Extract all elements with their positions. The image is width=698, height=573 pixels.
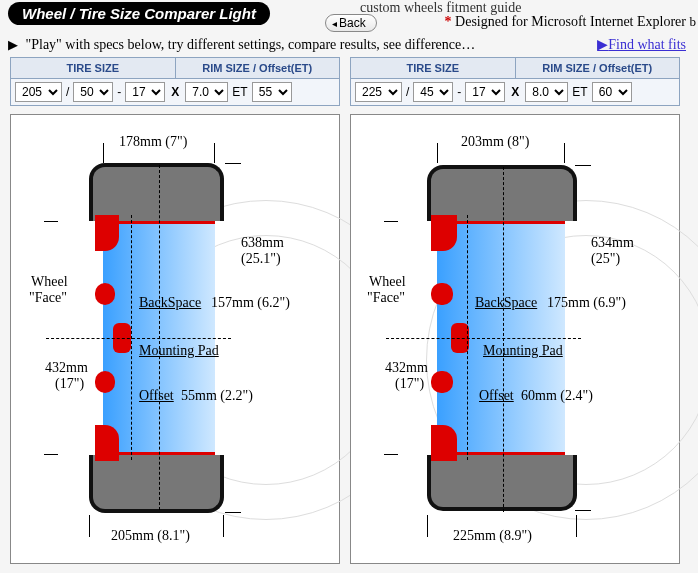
corner-letter: b (690, 14, 697, 30)
rim-flange (95, 371, 115, 393)
right-column: TIRE SIZE RIM SIZE / Offset(ET) 225 / 45… (350, 57, 680, 564)
back-label: Back (339, 16, 366, 30)
app-title: Wheel / Tire Size Comparer Light (8, 2, 270, 25)
tire-bottom (89, 455, 224, 513)
rim-size-header: RIM SIZE / Offset(ET) (176, 58, 340, 78)
rim-flange (431, 283, 453, 305)
dim-tick (103, 143, 104, 163)
tire-bottom (427, 455, 577, 511)
wheel-diagram-right: 203mm (8") 634mm (25") 432mm (17") Wheel… (350, 114, 680, 564)
tire-size-header: TIRE SIZE (351, 58, 516, 78)
mount-label: Mounting Pad (139, 343, 219, 359)
mount-label: Mounting Pad (483, 343, 563, 359)
dim-tick (44, 221, 58, 222)
wheel-diagram-left: 178mm (7") 638mm (25.1") 432mm (17") Whe… (10, 114, 340, 564)
rim-dia-label: 432mm (45, 360, 88, 376)
face-label: Wheel (369, 274, 406, 290)
diameter-select[interactable]: 17 (125, 82, 165, 102)
dim-line (11, 115, 123, 116)
offset-label: Offset (139, 388, 174, 404)
tire-size-header: TIRE SIZE (11, 58, 176, 78)
dim-tick (223, 515, 224, 537)
aspect-select[interactable]: 45 (413, 82, 453, 102)
control-header: TIRE SIZE RIM SIZE / Offset(ET) (10, 57, 340, 79)
dim-line (11, 116, 12, 466)
rim-dia-in-label: (17") (55, 376, 84, 392)
tire-top (89, 163, 224, 221)
header: Wheel / Tire Size Comparer Light custom … (0, 0, 698, 34)
tire-centerline (503, 167, 504, 512)
rim-width-label: 203mm (8") (461, 134, 529, 150)
ie-note: * Designed for Microsoft Internet Explor… (445, 14, 686, 30)
tire-width-select[interactable]: 205 (15, 82, 62, 102)
outer-dia-label: 634mm (591, 235, 634, 251)
backspace-value: 175mm (6.9") (547, 295, 626, 311)
instruction-row: ▶ "Play" with specs below, try different… (0, 34, 698, 57)
outer-dia-in-label: (25.1") (241, 251, 281, 267)
control-header: TIRE SIZE RIM SIZE / Offset(ET) (350, 57, 680, 79)
face-label-2: "Face" (29, 290, 67, 306)
rim-size-header: RIM SIZE / Offset(ET) (516, 58, 680, 78)
dim-tick (564, 143, 565, 163)
rim-flange (431, 215, 457, 251)
rim-width-label: 178mm (7") (119, 134, 187, 150)
rim-flange (431, 371, 453, 393)
play-arrow-icon: ▶ (8, 37, 18, 52)
offset-select[interactable]: 55 (252, 82, 292, 102)
dim-tick (575, 165, 591, 166)
dim-line (351, 462, 352, 564)
et-label: ET (572, 85, 587, 99)
rim-dia-label: 432mm (385, 360, 428, 376)
outer-dia-in-label: (25") (591, 251, 620, 267)
asterisk-icon: * (445, 14, 456, 29)
tire-width-select[interactable]: 225 (355, 82, 402, 102)
offset-value: 60mm (2.4") (521, 388, 593, 404)
dim-tick (437, 143, 438, 163)
x-divider: X (509, 85, 521, 99)
diameter-select[interactable]: 17 (465, 82, 505, 102)
offset-label: Offset (479, 388, 514, 404)
dim-line (11, 466, 12, 564)
face-label-2: "Face" (367, 290, 405, 306)
et-label: ET (232, 85, 247, 99)
play-arrow-icon: ▶ (597, 37, 608, 52)
instruction-text: "Play" with specs below, try different s… (26, 37, 476, 52)
backspace-value: 157mm (6.2") (211, 295, 290, 311)
dim-tick (384, 454, 398, 455)
dim-line (351, 115, 479, 116)
tire-width-label: 205mm (8.1") (111, 528, 190, 544)
left-column: TIRE SIZE RIM SIZE / Offset(ET) 205 / 50… (10, 57, 340, 564)
dim-tick (225, 163, 241, 164)
rim-flange (95, 215, 119, 251)
offset-select[interactable]: 60 (592, 82, 632, 102)
find-what-fits-link[interactable]: ▶Find what fits (597, 36, 686, 53)
control-row: 205 / 50 - 17 X 7.0 ET 55 (10, 79, 340, 106)
x-divider: X (169, 85, 181, 99)
backspace-label: BackSpace (139, 295, 201, 311)
dim-tick (575, 510, 591, 511)
backspace-label: BackSpace (475, 295, 537, 311)
control-row: 225 / 45 - 17 X 8.0 ET 60 (350, 79, 680, 106)
axis-centerline (46, 338, 231, 339)
aspect-select[interactable]: 50 (73, 82, 113, 102)
dim-tick (44, 454, 58, 455)
tire-width-label: 225mm (8.9") (453, 528, 532, 544)
dim-tick (214, 143, 215, 163)
rim-flange (95, 283, 115, 305)
rim-width-select[interactable]: 7.0 (185, 82, 228, 102)
rim-dia-in-label: (17") (395, 376, 424, 392)
dim-line (351, 116, 352, 462)
rim-flange (95, 425, 119, 461)
back-button[interactable]: Back (325, 14, 377, 32)
dim-tick (427, 515, 428, 537)
dim-tick (384, 221, 398, 222)
face-label: Wheel (31, 274, 68, 290)
rim-width-select[interactable]: 8.0 (525, 82, 568, 102)
outer-dia-label: 638mm (241, 235, 284, 251)
axis-centerline (386, 338, 581, 339)
dim-tick (576, 515, 577, 537)
tire-top (427, 165, 577, 221)
rim-flange (431, 425, 457, 461)
dim-tick (89, 515, 90, 537)
offset-value: 55mm (2.2") (181, 388, 253, 404)
